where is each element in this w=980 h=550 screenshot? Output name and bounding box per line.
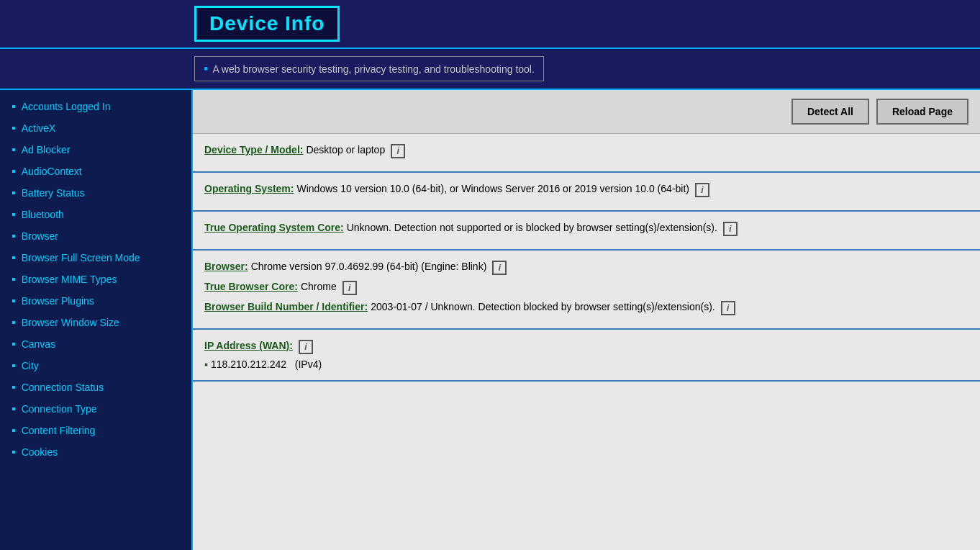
sidebar-bullet-icon: ▪	[12, 425, 16, 436]
sidebar-bullet-icon: ▪	[12, 122, 16, 134]
ip-label-row: IP Address (WAN): i	[204, 340, 968, 354]
sidebar-item-label: Accounts Logged In	[22, 101, 111, 112]
os-label: Operating System:	[204, 183, 294, 194]
sidebar-item-content-filtering[interactable]: ▪ Content Filtering	[0, 420, 191, 441]
ip-entry-row: ▪ 118.210.212.242 (IPv4)	[204, 359, 968, 370]
true-browser-row: True Browser Core: Chrome i	[204, 281, 968, 295]
sidebar-item-label: Cookies	[22, 446, 58, 458]
sidebar-item-browser-full-screen-mode[interactable]: ▪ Browser Full Screen Mode	[0, 247, 191, 269]
sidebar-bullet-icon: ▪	[12, 360, 16, 371]
sidebar-item-canvas[interactable]: ▪ Canvas	[0, 333, 191, 355]
sidebar-bullet-icon: ▪	[12, 101, 16, 112]
sidebar-item-label: Browser	[22, 230, 58, 242]
sidebar: ▪ Accounts Logged In ▪ ActiveX ▪ Ad Bloc…	[0, 90, 193, 550]
sidebar-bullet-icon: ▪	[12, 187, 16, 199]
tagline-bullet-icon: ▪	[204, 61, 208, 76]
device-type-info-icon[interactable]: i	[391, 144, 405, 158]
browser-build-info-icon[interactable]: i	[721, 301, 735, 315]
browser-build-label: Browser Build Number / Identifier:	[204, 301, 368, 312]
sidebar-item-connection-status[interactable]: ▪ Connection Status	[0, 377, 191, 398]
header: Device Info	[0, 0, 980, 49]
device-type-label: Device Type / Model:	[204, 144, 303, 155]
os-row: Operating System: Windows 10 version 10.…	[204, 183, 968, 197]
sidebar-item-browser-window-size[interactable]: ▪ Browser Window Size	[0, 312, 191, 333]
os-info-icon[interactable]: i	[695, 183, 709, 197]
ip-info-icon[interactable]: i	[299, 340, 313, 354]
header-title-box: Device Info	[194, 6, 340, 42]
sidebar-item-label: Browser Window Size	[22, 317, 119, 328]
sidebar-bullet-icon: ▪	[12, 338, 16, 350]
os-section: Operating System: Windows 10 version 10.…	[193, 173, 980, 212]
ip-address-value: 118.210.212.242 (IPv4)	[211, 359, 322, 370]
sidebar-item-connection-type[interactable]: ▪ Connection Type	[0, 398, 191, 420]
sidebar-item-label: Browser MIME Types	[22, 274, 117, 285]
sidebar-item-label: Bluetooth	[22, 209, 64, 220]
sidebar-item-label: Ad Blocker	[22, 144, 71, 155]
sidebar-bullet-icon: ▪	[12, 317, 16, 328]
true-os-info-icon[interactable]: i	[723, 222, 738, 236]
sidebar-bullet-icon: ▪	[12, 274, 16, 285]
sidebar-bullet-icon: ▪	[12, 166, 16, 177]
content-area: Detect All Reload Page Device Type / Mod…	[193, 90, 980, 550]
sidebar-bullet-icon: ▪	[12, 144, 16, 155]
sidebar-item-label: Browser Plugins	[22, 295, 94, 307]
browser-build-value: 2003-01-07 / Unknown. Detection blocked …	[371, 301, 715, 312]
tagline-text: A web browser security testing, privacy …	[212, 63, 534, 75]
ip-address-label: IP Address (WAN):	[204, 340, 293, 351]
browser-value: Chrome version 97.0.4692.99 (64-bit) (En…	[251, 261, 487, 272]
device-type-section: Device Type / Model: Desktop or laptop i	[193, 134, 980, 173]
detect-all-button[interactable]: Detect All	[791, 99, 869, 125]
sidebar-item-audiocontext[interactable]: ▪ AudioContext	[0, 161, 191, 182]
page-title: Device Info	[209, 12, 325, 35]
true-browser-label: True Browser Core:	[204, 281, 298, 292]
sidebar-item-city[interactable]: ▪ City	[0, 355, 191, 377]
browser-section: Browser: Chrome version 97.0.4692.99 (64…	[193, 251, 980, 330]
sidebar-item-accounts-logged-in[interactable]: ▪ Accounts Logged In	[0, 96, 191, 117]
sidebar-item-cookies[interactable]: ▪ Cookies	[0, 441, 191, 463]
browser-build-row: Browser Build Number / Identifier: 2003-…	[204, 301, 968, 315]
toolbar: Detect All Reload Page	[193, 90, 980, 134]
true-browser-value: Chrome	[301, 281, 337, 292]
true-os-section: True Operating System Core: Unknown. Det…	[193, 212, 980, 251]
sidebar-bullet-icon: ▪	[12, 446, 16, 458]
main-layout: ▪ Accounts Logged In ▪ ActiveX ▪ Ad Bloc…	[0, 90, 980, 550]
page-wrapper: Device Info ▪ A web browser security tes…	[0, 0, 980, 550]
browser-row: Browser: Chrome version 97.0.4692.99 (64…	[204, 261, 968, 275]
ip-address-number: 118.210.212.242	[211, 359, 286, 370]
true-browser-info-icon[interactable]: i	[342, 281, 357, 295]
sidebar-bullet-icon: ▪	[12, 295, 16, 307]
sidebar-item-label: AudioContext	[22, 166, 82, 177]
browser-info-icon[interactable]: i	[492, 261, 507, 275]
true-os-label: True Operating System Core:	[204, 222, 344, 233]
sidebar-bullet-icon: ▪	[12, 230, 16, 242]
sidebar-item-activex[interactable]: ▪ ActiveX	[0, 117, 191, 139]
sidebar-item-label: City	[22, 360, 39, 371]
sidebar-item-battery-status[interactable]: ▪ Battery Status	[0, 182, 191, 204]
ip-section: IP Address (WAN): i ▪ 118.210.212.242 (I…	[193, 330, 980, 382]
sidebar-item-bluetooth[interactable]: ▪ Bluetooth	[0, 204, 191, 225]
sidebar-item-label: Battery Status	[22, 187, 85, 199]
sidebar-item-label: Connection Type	[22, 403, 97, 415]
sidebar-bullet-icon: ▪	[12, 209, 16, 220]
sidebar-item-label: Content Filtering	[22, 425, 96, 436]
sidebar-item-ad-blocker[interactable]: ▪ Ad Blocker	[0, 139, 191, 161]
sidebar-item-browser-mime-types[interactable]: ▪ Browser MIME Types	[0, 269, 191, 290]
ip-bullet-icon: ▪	[204, 359, 208, 370]
true-os-value: Unknown. Detection not supported or is b…	[347, 222, 717, 233]
ip-type: (IPv4)	[295, 359, 322, 370]
true-os-row: True Operating System Core: Unknown. Det…	[204, 222, 968, 236]
sidebar-item-browser[interactable]: ▪ Browser	[0, 225, 191, 247]
browser-label: Browser:	[204, 261, 248, 272]
sidebar-bullet-icon: ▪	[12, 382, 16, 393]
os-value: Windows 10 version 10.0 (64-bit), or Win…	[296, 183, 689, 194]
device-type-row: Device Type / Model: Desktop or laptop i	[204, 144, 968, 158]
device-type-value: Desktop or laptop	[306, 144, 385, 155]
sidebar-item-label: Browser Full Screen Mode	[22, 252, 140, 263]
sidebar-bullet-icon: ▪	[12, 252, 16, 263]
tagline-box: ▪ A web browser security testing, privac…	[194, 56, 544, 81]
reload-page-button[interactable]: Reload Page	[876, 99, 968, 125]
sidebar-item-browser-plugins[interactable]: ▪ Browser Plugins	[0, 290, 191, 312]
sidebar-item-label: Connection Status	[22, 382, 104, 393]
sidebar-bullet-icon: ▪	[12, 403, 16, 415]
sidebar-item-label: ActiveX	[22, 122, 55, 134]
